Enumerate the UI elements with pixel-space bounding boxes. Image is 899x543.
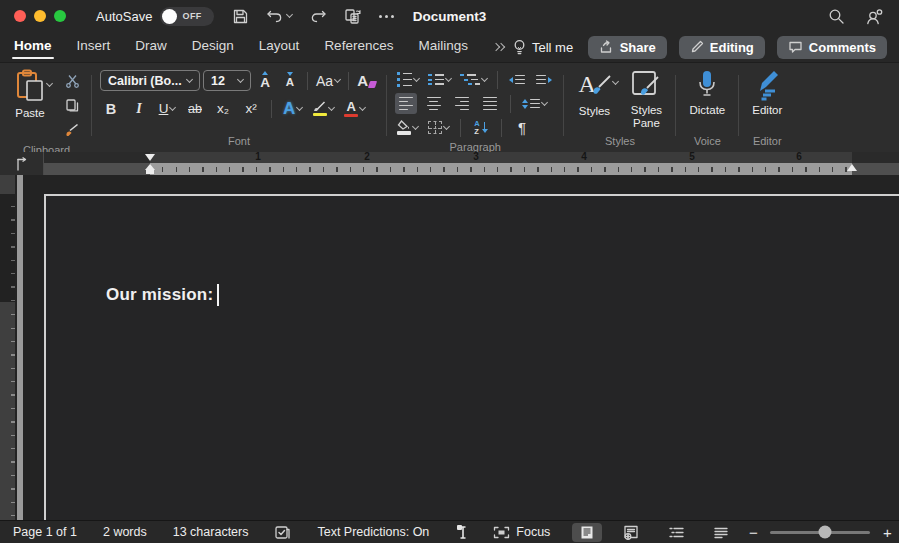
more-commands-icon[interactable] [379,15,394,18]
styles-dropdown-icon[interactable] [612,78,619,85]
italic-button[interactable]: I [128,98,150,119]
copy-button[interactable] [61,95,83,116]
shrink-font-button[interactable]: A [279,70,301,91]
print-layout-view-button[interactable] [572,523,602,542]
share-button[interactable]: Share [588,36,667,59]
save-icon [232,8,249,25]
presence-button[interactable] [865,8,885,25]
align-left-button[interactable] [395,93,417,114]
close-window-button[interactable] [14,10,26,22]
text-effects-button[interactable]: A [281,98,304,119]
increase-indent-button[interactable] [533,69,555,90]
proofing-status-button[interactable] [274,525,291,540]
tell-me-button[interactable]: Tell me [513,39,573,56]
zoom-in-button[interactable]: + [880,524,894,541]
strikethrough-button[interactable]: ab [184,98,206,119]
ruler-top-strip: 1 2 3 4 5 6 [44,152,899,163]
zoom-out-button[interactable]: − [746,524,760,541]
bold-button[interactable]: B [100,98,122,119]
zoom-slider-thumb[interactable] [819,526,832,539]
text-predictions-status[interactable]: Text Predictions: On [317,525,429,539]
editor-button[interactable]: Editor [747,67,787,119]
focus-mode-button[interactable]: Focus [493,525,550,539]
borders-button[interactable] [426,117,451,138]
undo-button[interactable] [266,8,292,24]
minimize-window-button[interactable] [34,10,46,22]
align-center-button[interactable] [423,93,445,114]
tab-stop-selector[interactable] [0,152,44,175]
show-formatting-marks-button[interactable]: ¶ [511,117,533,138]
word-window: AutoSave OFF Document3 [0,0,899,543]
editing-mode-button[interactable]: Editing [679,36,765,59]
zoom-slider[interactable] [770,531,870,534]
tab-home[interactable]: Home [12,33,54,61]
bullets-button[interactable] [395,69,422,90]
shading-button[interactable] [395,117,420,138]
document-text-line[interactable]: Our mission: [106,284,219,306]
outline-view-button[interactable] [661,524,692,541]
underline-button[interactable]: U [156,98,178,119]
statusbar-right: Focus − + 150% [455,523,899,542]
styles-button[interactable]: A Styles [572,67,623,120]
subscript-button[interactable]: x₂ [212,98,234,119]
ribbon-tab-row: Home Insert Draw Design Layout Reference… [0,32,899,62]
document-page[interactable] [44,194,899,520]
document-text[interactable]: Our mission: [106,285,213,305]
justify-button[interactable] [479,93,501,114]
sync-document-button[interactable] [344,8,362,25]
text-highlight-button[interactable] [310,98,336,119]
multilevel-list-button[interactable] [458,69,489,90]
first-line-indent-marker[interactable] [145,154,155,161]
tab-mailings[interactable]: Mailings [416,33,470,61]
tab-layout[interactable]: Layout [257,33,302,61]
format-painter-icon [64,123,80,138]
draft-view-button[interactable] [706,524,736,541]
numbering-button[interactable] [426,69,453,90]
font-size-select[interactable]: 12 [203,70,251,91]
undo-dropdown-icon[interactable] [286,11,293,18]
page-count[interactable]: Page 1 of 1 [13,525,77,539]
font-color-button[interactable]: A [342,98,367,119]
dictate-button[interactable]: Dictate [684,67,730,119]
align-right-button[interactable] [451,93,473,114]
outline-view-icon [668,526,685,539]
comments-button[interactable]: Comments [777,36,887,59]
character-count[interactable]: 13 characters [173,525,249,539]
focus-label: Focus [516,525,550,539]
paint-bucket-icon [397,120,411,130]
tab-references[interactable]: References [322,33,395,61]
tab-design[interactable]: Design [190,33,236,61]
ruler-number: 4 [581,151,587,162]
lightbulb-icon [513,39,526,56]
font-name-select[interactable]: Calibri (Bo... [100,70,200,91]
zoom-window-button[interactable] [54,10,66,22]
decrease-indent-button[interactable] [506,69,528,90]
text-scaling-button[interactable] [455,524,471,540]
search-button[interactable] [828,8,845,25]
clear-formatting-button[interactable]: A [355,70,378,91]
tab-draw[interactable]: Draw [133,33,169,61]
redo-button[interactable] [309,8,327,24]
group-divider [738,75,739,136]
paste-dropdown-icon[interactable] [46,80,53,87]
change-case-button[interactable]: Aa [314,70,342,91]
cut-button[interactable] [61,70,83,91]
vertical-ruler [0,175,15,520]
right-indent-marker[interactable] [847,164,857,171]
superscript-button[interactable]: x² [240,98,262,119]
paste-button[interactable]: Paste [10,67,57,122]
align-right-icon [455,97,469,111]
grow-font-button[interactable]: A [254,70,276,91]
format-painter-button[interactable] [61,120,83,141]
line-spacing-button[interactable] [520,93,549,114]
styles-pane-button[interactable]: StylesPane [625,67,667,132]
tab-insert[interactable]: Insert [75,33,113,61]
sort-button[interactable]: AZ [470,117,492,138]
autosave-toggle[interactable]: OFF [160,7,214,26]
more-tabs-icon[interactable] [493,44,503,50]
left-indent-marker[interactable] [146,170,154,174]
save-button[interactable] [232,8,249,25]
web-layout-view-button[interactable] [616,523,647,542]
editing-label: Editing [710,40,754,55]
word-count[interactable]: 2 words [103,525,147,539]
